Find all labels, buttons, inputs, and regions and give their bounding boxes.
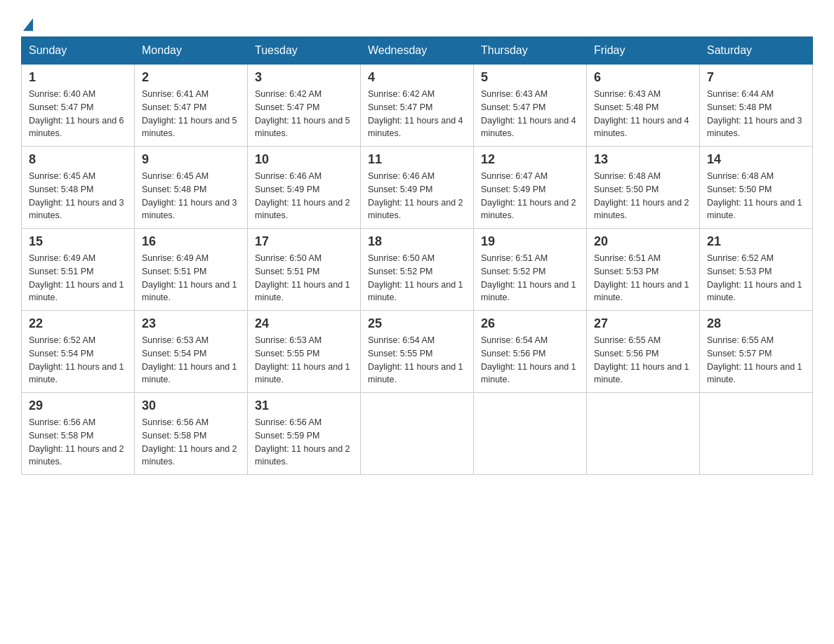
day-number: 21 <box>707 234 805 249</box>
day-info: Sunrise: 6:55 AMSunset: 5:56 PMDaylight:… <box>594 335 689 384</box>
day-number: 6 <box>594 70 692 85</box>
day-number: 28 <box>707 316 805 331</box>
calendar-week-row: 22 Sunrise: 6:52 AMSunset: 5:54 PMDaylig… <box>22 311 813 393</box>
calendar-day-cell: 14 Sunrise: 6:48 AMSunset: 5:50 PMDaylig… <box>700 147 813 229</box>
calendar-day-cell: 27 Sunrise: 6:55 AMSunset: 5:56 PMDaylig… <box>587 311 700 393</box>
day-info: Sunrise: 6:53 AMSunset: 5:55 PMDaylight:… <box>255 335 350 384</box>
day-info: Sunrise: 6:45 AMSunset: 5:48 PMDaylight:… <box>29 171 124 220</box>
day-number: 8 <box>29 152 127 167</box>
weekday-header-saturday: Saturday <box>700 37 813 65</box>
logo <box>21 21 33 29</box>
day-number: 19 <box>481 234 579 249</box>
day-number: 14 <box>707 152 805 167</box>
day-info: Sunrise: 6:46 AMSunset: 5:49 PMDaylight:… <box>255 171 350 220</box>
weekday-header-friday: Friday <box>587 37 700 65</box>
day-number: 10 <box>255 152 353 167</box>
day-info: Sunrise: 6:54 AMSunset: 5:56 PMDaylight:… <box>481 335 576 384</box>
calendar-body: 1 Sunrise: 6:40 AMSunset: 5:47 PMDayligh… <box>22 65 813 475</box>
calendar-header: SundayMondayTuesdayWednesdayThursdayFrid… <box>22 37 813 65</box>
weekday-header-row: SundayMondayTuesdayWednesdayThursdayFrid… <box>22 37 813 65</box>
day-info: Sunrise: 6:48 AMSunset: 5:50 PMDaylight:… <box>594 171 689 220</box>
calendar-day-cell: 18 Sunrise: 6:50 AMSunset: 5:52 PMDaylig… <box>361 229 474 311</box>
day-info: Sunrise: 6:46 AMSunset: 5:49 PMDaylight:… <box>368 171 463 220</box>
day-number: 22 <box>29 316 127 331</box>
calendar-day-cell <box>700 393 813 475</box>
day-info: Sunrise: 6:50 AMSunset: 5:51 PMDaylight:… <box>255 253 350 302</box>
day-number: 17 <box>255 234 353 249</box>
day-info: Sunrise: 6:47 AMSunset: 5:49 PMDaylight:… <box>481 171 576 220</box>
day-number: 27 <box>594 316 692 331</box>
calendar-week-row: 8 Sunrise: 6:45 AMSunset: 5:48 PMDayligh… <box>22 147 813 229</box>
day-info: Sunrise: 6:45 AMSunset: 5:48 PMDaylight:… <box>142 171 237 220</box>
day-info: Sunrise: 6:43 AMSunset: 5:48 PMDaylight:… <box>594 89 689 138</box>
calendar-day-cell: 9 Sunrise: 6:45 AMSunset: 5:48 PMDayligh… <box>135 147 248 229</box>
calendar-table: SundayMondayTuesdayWednesdayThursdayFrid… <box>21 36 813 475</box>
day-number: 24 <box>255 316 353 331</box>
day-number: 18 <box>368 234 466 249</box>
calendar-day-cell: 6 Sunrise: 6:43 AMSunset: 5:48 PMDayligh… <box>587 65 700 147</box>
day-info: Sunrise: 6:51 AMSunset: 5:53 PMDaylight:… <box>594 253 689 302</box>
calendar-day-cell <box>361 393 474 475</box>
day-number: 12 <box>481 152 579 167</box>
day-info: Sunrise: 6:42 AMSunset: 5:47 PMDaylight:… <box>255 89 350 138</box>
day-info: Sunrise: 6:56 AMSunset: 5:58 PMDaylight:… <box>142 417 237 467</box>
day-number: 20 <box>594 234 692 249</box>
calendar-day-cell: 22 Sunrise: 6:52 AMSunset: 5:54 PMDaylig… <box>22 311 135 393</box>
day-info: Sunrise: 6:49 AMSunset: 5:51 PMDaylight:… <box>29 253 124 302</box>
calendar-day-cell: 8 Sunrise: 6:45 AMSunset: 5:48 PMDayligh… <box>22 147 135 229</box>
calendar-day-cell: 2 Sunrise: 6:41 AMSunset: 5:47 PMDayligh… <box>135 65 248 147</box>
day-info: Sunrise: 6:56 AMSunset: 5:59 PMDaylight:… <box>255 417 350 467</box>
day-number: 1 <box>29 70 127 85</box>
calendar-day-cell <box>587 393 700 475</box>
day-number: 26 <box>481 316 579 331</box>
calendar-day-cell: 7 Sunrise: 6:44 AMSunset: 5:48 PMDayligh… <box>700 65 813 147</box>
day-info: Sunrise: 6:52 AMSunset: 5:54 PMDaylight:… <box>29 335 124 384</box>
logo-triangle-icon <box>23 18 33 31</box>
day-number: 23 <box>142 316 240 331</box>
day-number: 9 <box>142 152 240 167</box>
calendar-day-cell: 20 Sunrise: 6:51 AMSunset: 5:53 PMDaylig… <box>587 229 700 311</box>
day-info: Sunrise: 6:51 AMSunset: 5:52 PMDaylight:… <box>481 253 576 302</box>
day-info: Sunrise: 6:52 AMSunset: 5:53 PMDaylight:… <box>707 253 802 302</box>
calendar-day-cell: 4 Sunrise: 6:42 AMSunset: 5:47 PMDayligh… <box>361 65 474 147</box>
calendar-day-cell: 25 Sunrise: 6:54 AMSunset: 5:55 PMDaylig… <box>361 311 474 393</box>
calendar-day-cell: 17 Sunrise: 6:50 AMSunset: 5:51 PMDaylig… <box>248 229 361 311</box>
day-number: 7 <box>707 70 805 85</box>
day-number: 25 <box>368 316 466 331</box>
day-info: Sunrise: 6:44 AMSunset: 5:48 PMDaylight:… <box>707 89 802 138</box>
day-info: Sunrise: 6:42 AMSunset: 5:47 PMDaylight:… <box>368 89 463 138</box>
calendar-day-cell: 23 Sunrise: 6:53 AMSunset: 5:54 PMDaylig… <box>135 311 248 393</box>
day-info: Sunrise: 6:54 AMSunset: 5:55 PMDaylight:… <box>368 335 463 384</box>
logo-general-text <box>21 21 33 31</box>
calendar-day-cell: 13 Sunrise: 6:48 AMSunset: 5:50 PMDaylig… <box>587 147 700 229</box>
day-number: 5 <box>481 70 579 85</box>
calendar-day-cell: 11 Sunrise: 6:46 AMSunset: 5:49 PMDaylig… <box>361 147 474 229</box>
day-info: Sunrise: 6:48 AMSunset: 5:50 PMDaylight:… <box>707 171 802 220</box>
day-number: 2 <box>142 70 240 85</box>
day-number: 31 <box>255 398 353 413</box>
day-info: Sunrise: 6:49 AMSunset: 5:51 PMDaylight:… <box>142 253 237 302</box>
calendar-day-cell: 3 Sunrise: 6:42 AMSunset: 5:47 PMDayligh… <box>248 65 361 147</box>
calendar-day-cell: 29 Sunrise: 6:56 AMSunset: 5:58 PMDaylig… <box>22 393 135 475</box>
calendar-day-cell: 12 Sunrise: 6:47 AMSunset: 5:49 PMDaylig… <box>474 147 587 229</box>
day-number: 3 <box>255 70 353 85</box>
weekday-header-tuesday: Tuesday <box>248 37 361 65</box>
calendar-day-cell <box>474 393 587 475</box>
day-info: Sunrise: 6:55 AMSunset: 5:57 PMDaylight:… <box>707 335 802 384</box>
day-info: Sunrise: 6:53 AMSunset: 5:54 PMDaylight:… <box>142 335 237 384</box>
calendar-day-cell: 16 Sunrise: 6:49 AMSunset: 5:51 PMDaylig… <box>135 229 248 311</box>
calendar-week-row: 29 Sunrise: 6:56 AMSunset: 5:58 PMDaylig… <box>22 393 813 475</box>
weekday-header-monday: Monday <box>135 37 248 65</box>
calendar-week-row: 15 Sunrise: 6:49 AMSunset: 5:51 PMDaylig… <box>22 229 813 311</box>
day-number: 11 <box>368 152 466 167</box>
day-info: Sunrise: 6:41 AMSunset: 5:47 PMDaylight:… <box>142 89 237 138</box>
calendar-day-cell: 19 Sunrise: 6:51 AMSunset: 5:52 PMDaylig… <box>474 229 587 311</box>
weekday-header-thursday: Thursday <box>474 37 587 65</box>
weekday-header-sunday: Sunday <box>22 37 135 65</box>
calendar-day-cell: 5 Sunrise: 6:43 AMSunset: 5:47 PMDayligh… <box>474 65 587 147</box>
weekday-header-wednesday: Wednesday <box>361 37 474 65</box>
calendar-day-cell: 28 Sunrise: 6:55 AMSunset: 5:57 PMDaylig… <box>700 311 813 393</box>
day-number: 16 <box>142 234 240 249</box>
calendar-day-cell: 31 Sunrise: 6:56 AMSunset: 5:59 PMDaylig… <box>248 393 361 475</box>
calendar-day-cell: 15 Sunrise: 6:49 AMSunset: 5:51 PMDaylig… <box>22 229 135 311</box>
